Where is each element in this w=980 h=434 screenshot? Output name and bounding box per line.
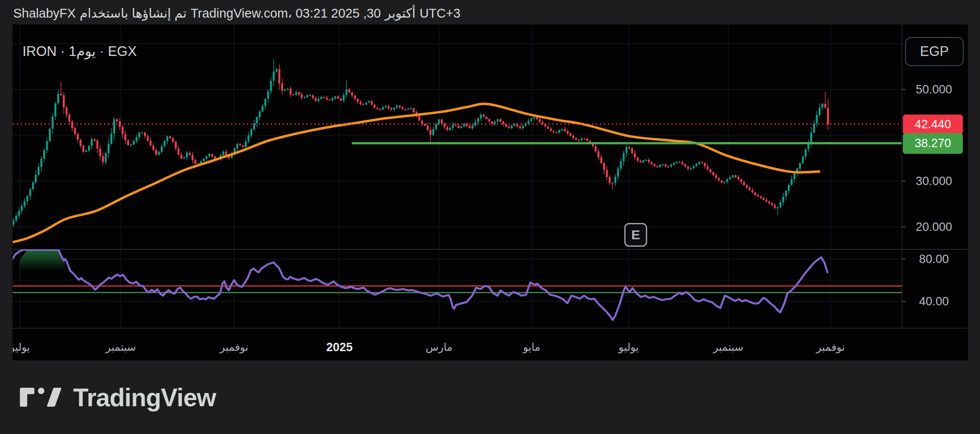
- symbol-title[interactable]: IRON · 1يوم · EGX: [22, 43, 137, 59]
- tradingview-wordmark: TradingView: [73, 383, 216, 412]
- price-axis-label[interactable]: 50.000: [902, 83, 966, 96]
- time-axis-month-label[interactable]: يوليو: [598, 340, 660, 355]
- panel-separators: [13, 25, 968, 328]
- price-axis-label[interactable]: 30.000: [902, 174, 966, 188]
- support-price-value: 38.270: [915, 137, 951, 150]
- support-price-badge: 38.270: [903, 133, 963, 154]
- earnings-marker[interactable]: E: [624, 223, 647, 247]
- page-footer: TradingView: [0, 360, 980, 434]
- tradingview-logo[interactable]: TradingView: [20, 383, 216, 412]
- time-axis-month-label[interactable]: يوليو: [12, 340, 51, 355]
- attribution-segment: UTC+3: [420, 6, 461, 21]
- attribution-segment: ShalabyFX: [13, 6, 76, 21]
- chart-card: IRON · 1يوم · EGX EGP E 42.440 38.270 50…: [12, 24, 968, 360]
- time-axis-month-label[interactable]: مايو: [501, 340, 563, 355]
- time-axis-month-label[interactable]: مارس: [408, 340, 470, 355]
- attribution-segment: TradingView.com، 03:21 2025 ,30: [190, 6, 381, 21]
- attribution-header: ShalabyFXتم إنشاؤها باستخدامTradingView.…: [13, 4, 460, 22]
- tradingview-mark-icon: [20, 388, 62, 407]
- currency-label: EGP: [920, 44, 949, 59]
- chart-canvas[interactable]: [13, 25, 968, 360]
- earnings-letter: E: [631, 227, 640, 242]
- gridlines: [13, 25, 902, 328]
- time-axis-month-label[interactable]: سبتمبر: [90, 340, 152, 355]
- time-axis-month-label[interactable]: سبتمبر: [697, 340, 759, 355]
- time-axis-month-label[interactable]: نوفمبر: [800, 340, 861, 355]
- rsi-axis-label[interactable]: 80.00: [902, 252, 966, 266]
- currency-button[interactable]: EGP: [905, 37, 964, 66]
- attribution-segment: تم إنشاؤها باستخدام: [80, 6, 186, 21]
- attribution-segment: أكتوبر: [385, 6, 416, 21]
- rsi-layer: [13, 250, 902, 320]
- last-price-badge: 42.440: [903, 115, 963, 134]
- time-axis-year-label[interactable]: 2025: [309, 340, 370, 355]
- rsi-axis-label[interactable]: 40.00: [902, 295, 966, 308]
- price-axis-label[interactable]: 20.000: [902, 220, 966, 234]
- last-price-value: 42.440: [915, 118, 951, 131]
- sma-line: [13, 104, 819, 243]
- time-axis-month-label[interactable]: نوفمبر: [203, 340, 265, 355]
